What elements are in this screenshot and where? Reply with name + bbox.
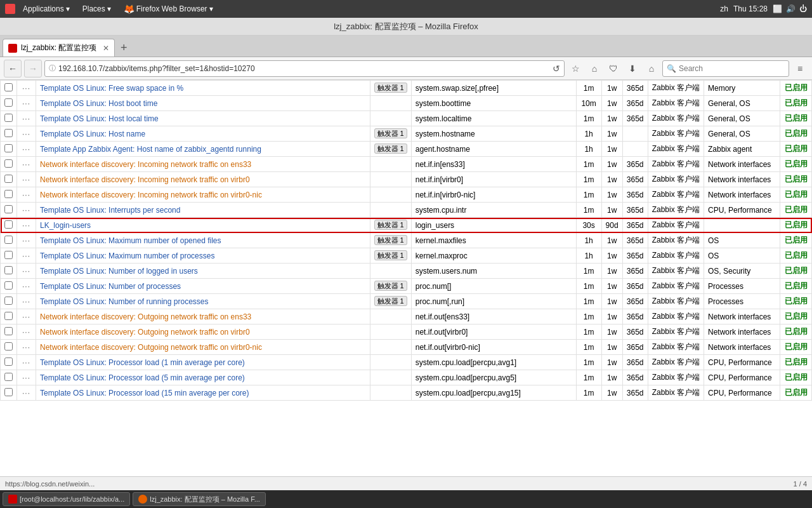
refresh-button[interactable]: ↺ [553,64,560,74]
row-checkbox[interactable] [4,205,13,213]
trigger-badge[interactable]: 触发器 1 [374,296,407,306]
url-bar[interactable]: ⓘ 192.168.10.7/zabbix/items.php?filter_s… [44,60,565,77]
row-dots[interactable]: ··· [22,312,30,321]
item-name-link[interactable]: Number of running processes [108,297,208,306]
taskbar-terminal[interactable]: [root@localhost:/usr/lib/zabbix/a... [3,492,130,506]
row-checkbox[interactable] [4,114,13,122]
row-dots[interactable]: ··· [22,145,30,154]
item-name-link[interactable]: Host local time [108,114,159,123]
item-name-link[interactable]: Maximum number of processes [108,251,214,260]
row-checkbox[interactable] [4,312,13,320]
item-name-link[interactable]: Processor load (1 min average per core) [108,358,245,367]
search-bar[interactable]: 🔍 [662,60,789,77]
row-checkbox[interactable] [4,159,13,168]
applications-menu[interactable]: Applications ▾ [18,3,75,15]
row-checkbox[interactable] [4,251,13,259]
item-name-link[interactable]: Free swap space in % [108,84,183,93]
row-dots[interactable]: ··· [22,99,30,108]
row-checkbox[interactable] [4,129,13,137]
menu-button[interactable]: ≡ [792,60,808,77]
window-icon[interactable]: ⬜ [773,4,782,13]
taskbar-firefox[interactable]: lzj_zabbix: 配置监控项 – Mozilla F... [133,492,266,506]
row-dots[interactable]: ··· [22,389,30,398]
row-checkbox[interactable] [4,373,13,381]
row-dots[interactable]: ··· [22,236,30,245]
forward-button[interactable]: → [24,60,42,77]
trigger-badge[interactable]: 触发器 1 [374,281,407,291]
taskbar-terminal-label: [root@localhost:/usr/lib/zabbix/a... [20,495,124,503]
item-prefix: Template OS Linux: [40,206,108,215]
item-name-link[interactable]: Interrupts per second [108,206,180,215]
row-checkbox[interactable] [4,190,13,198]
row-dots[interactable]: ··· [22,190,30,199]
row-dots[interactable]: ··· [22,221,30,230]
row-checkbox[interactable] [4,342,13,351]
row-checkbox[interactable] [4,281,13,290]
item-name-link[interactable]: LK_login-users [40,221,91,230]
row-checkbox[interactable] [4,144,13,152]
row-dots[interactable]: ··· [22,358,30,367]
item-name-link[interactable]: Outgoing network traffic on virbr0 [138,328,250,337]
row-dots-cell: ··· [17,111,36,126]
item-name-link[interactable]: Outgoing network traffic on virbr0-nic [138,343,262,352]
row-checkbox[interactable] [4,175,13,183]
trigger-badge[interactable]: 触发器 1 [374,144,407,154]
item-name-link[interactable]: Host boot time [108,99,157,108]
row-dots-cell: ··· [17,264,36,279]
tab-close-button[interactable]: ✕ [103,44,109,53]
active-tab[interactable]: lzj_zabbix: 配置监控项 ✕ [3,39,115,57]
row-checkbox[interactable] [4,358,13,366]
places-menu[interactable]: Places ▾ [77,3,116,15]
row-checkbox[interactable] [4,266,13,274]
browser-menu[interactable]: 🦊 Firefox Web Browser ▾ [119,3,218,15]
home2-button[interactable]: ⌂ [643,60,660,77]
row-dots[interactable]: ··· [22,114,30,123]
row-checkbox[interactable] [4,327,13,335]
row-checkbox[interactable] [4,83,13,91]
table-row: ··· Network interface discovery: Outgoin… [1,324,812,340]
item-name-link[interactable]: Incoming network traffic on ens33 [138,160,251,169]
row-dots[interactable]: ··· [22,130,30,138]
row-dots[interactable]: ··· [22,282,30,291]
shield-button[interactable]: 🛡 [605,60,622,77]
home-button[interactable]: ⌂ [586,60,603,77]
item-name-link[interactable]: Maximum number of opened files [108,236,221,245]
item-name-link[interactable]: Processor load (15 min average per core) [108,389,249,398]
row-dots[interactable]: ··· [22,251,30,260]
row-dots[interactable]: ··· [22,206,30,215]
row-dots[interactable]: ··· [22,343,30,352]
trigger-badge[interactable]: 触发器 1 [374,250,407,260]
row-checkbox[interactable] [4,388,13,396]
item-name-link[interactable]: Processor load (5 min average per core) [108,373,245,382]
row-checkbox[interactable] [4,236,13,244]
row-dots[interactable]: ··· [22,267,30,276]
power-icon[interactable]: ⏻ [799,4,807,13]
row-dots[interactable]: ··· [22,160,30,169]
download-button[interactable]: ⬇ [624,60,641,77]
item-name-link[interactable]: Number of processes [108,282,181,291]
item-name-link[interactable]: Host name [108,130,145,138]
trigger-badge[interactable]: 触发器 1 [374,128,407,138]
row-trends-cell: 365d [622,157,648,172]
bookmark-button[interactable]: ☆ [567,60,584,77]
row-checkbox[interactable] [4,220,13,229]
item-name-link[interactable]: Incoming network traffic on virbr0 [138,175,250,184]
item-name-link[interactable]: Incoming network traffic on virbr0-nic [138,190,262,199]
new-tab-button[interactable]: + [115,39,133,57]
search-input[interactable] [679,64,774,73]
item-name-link[interactable]: Outgoing network traffic on ens33 [138,312,251,321]
row-dots[interactable]: ··· [22,373,30,382]
row-dots[interactable]: ··· [22,175,30,184]
item-name-link[interactable]: Host name of zabbix_agentd running [137,145,261,154]
trigger-badge[interactable]: 触发器 1 [374,235,407,245]
row-dots[interactable]: ··· [22,84,30,93]
row-dots[interactable]: ··· [22,328,30,337]
back-button[interactable]: ← [4,60,22,77]
item-name-link[interactable]: Number of logged in users [108,267,198,276]
sound-icon[interactable]: 🔊 [786,4,796,13]
row-checkbox[interactable] [4,297,13,305]
trigger-badge[interactable]: 触发器 1 [374,83,407,93]
row-dots[interactable]: ··· [22,297,30,306]
trigger-badge[interactable]: 触发器 1 [374,220,407,230]
row-checkbox[interactable] [4,98,13,107]
